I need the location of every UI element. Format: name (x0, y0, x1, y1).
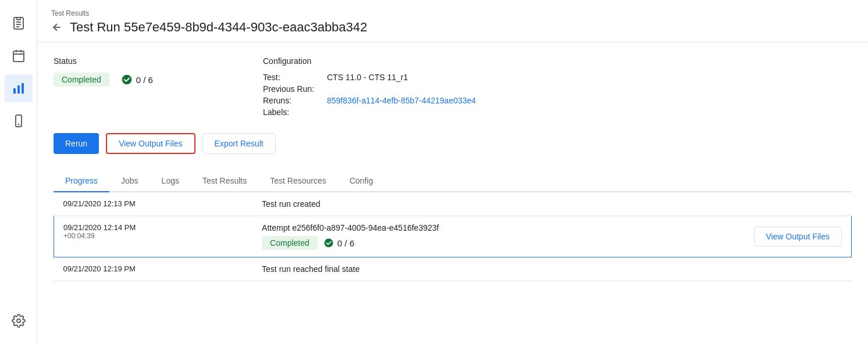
configuration-label: Configuration (263, 56, 852, 66)
page-title: Test Run 55e7e459-8b9d-4344-903c-eaac3ab… (51, 20, 854, 35)
view-output-files-button[interactable]: View Output Files (106, 133, 195, 154)
svg-rect-0 (17, 17, 20, 20)
config-grid: Test: CTS 11.0 - CTS 11_r1 Previous Run:… (263, 73, 852, 117)
status-badge: Completed (54, 73, 109, 87)
table-row: 09/21/2020 12:13 PM Test run created (54, 192, 852, 216)
sidebar-item-chart[interactable] (5, 74, 33, 102)
sidebar-item-settings[interactable] (5, 307, 33, 335)
config-value-previous-run (327, 84, 852, 94)
export-result-button[interactable]: Export Result (202, 133, 276, 154)
test-run-title: Test Run 55e7e459-8b9d-4344-903c-eaac3ab… (70, 20, 367, 35)
config-key-previous-run: Previous Run: (263, 84, 327, 94)
config-key-labels: Labels: (263, 107, 327, 117)
breadcrumb: Test Results (51, 9, 854, 17)
tab-test-resources[interactable]: Test Resources (258, 170, 337, 192)
attempt-view-output-button[interactable]: View Output Files (754, 227, 842, 246)
attempt-check-icon (323, 238, 334, 248)
config-value-labels (327, 107, 852, 117)
back-button[interactable] (51, 21, 63, 33)
table-row-final: 09/21/2020 12:19 PM Test run reached fin… (54, 257, 852, 281)
attempt-status-badge: Completed (262, 236, 318, 250)
attempt-timestamp-cell: 09/21/2020 12:14 PM +00:04:39 (54, 216, 253, 257)
description-cell: Test run created (252, 192, 851, 216)
final-timestamp-cell: 09/21/2020 12:19 PM (54, 257, 253, 281)
sidebar-item-clipboard[interactable] (5, 9, 33, 37)
action-buttons: Rerun View Output Files Export Result (54, 133, 852, 154)
check-circle-icon (121, 74, 133, 85)
tabs: Progress Jobs Logs Test Results Test Res… (54, 170, 852, 192)
tab-progress[interactable]: Progress (54, 170, 109, 192)
svg-rect-8 (13, 88, 16, 94)
svg-point-13 (17, 319, 20, 322)
content-area: Status Completed 0 / 6 Configuration (37, 42, 868, 344)
config-key-test: Test: (263, 73, 327, 82)
page-header: Test Results Test Run 55e7e459-8b9d-4344… (37, 0, 868, 42)
status-label: Status (54, 56, 228, 66)
pass-fail-indicator: 0 / 6 (121, 74, 153, 85)
progress-table: 09/21/2020 12:13 PM Test run created 09/… (54, 192, 852, 281)
svg-rect-4 (13, 51, 24, 62)
pass-fail-value: 0 / 6 (136, 75, 153, 85)
status-row: Completed 0 / 6 (54, 73, 228, 87)
tab-jobs[interactable]: Jobs (109, 170, 150, 192)
tab-test-results[interactable]: Test Results (191, 170, 258, 192)
config-value-reruns[interactable]: 859f836f-a114-4efb-85b7-44219ae033e4 (327, 96, 852, 105)
rerun-button[interactable]: Rerun (54, 133, 99, 154)
svg-point-15 (324, 239, 333, 248)
config-value-test: CTS 11.0 - CTS 11_r1 (327, 73, 852, 82)
svg-point-14 (122, 75, 131, 85)
sidebar-item-calendar[interactable] (5, 42, 33, 70)
attempt-pass-fail: 0 / 6 (323, 238, 354, 248)
sidebar-item-phone[interactable] (5, 107, 33, 135)
tab-logs[interactable]: Logs (150, 170, 191, 192)
sidebar (0, 0, 37, 344)
status-section: Status Completed 0 / 6 (54, 56, 228, 117)
final-description-cell: Test run reached final state (252, 257, 851, 281)
svg-rect-9 (17, 85, 20, 94)
table-row-attempt: 09/21/2020 12:14 PM +00:04:39 Attempt e2… (54, 216, 852, 257)
timestamp-cell: 09/21/2020 12:13 PM (54, 192, 253, 216)
configuration-section: Configuration Test: CTS 11.0 - CTS 11_r1… (263, 56, 852, 117)
svg-rect-10 (22, 83, 24, 94)
tab-config[interactable]: Config (338, 170, 385, 192)
info-section: Status Completed 0 / 6 Configuration (54, 56, 852, 117)
attempt-description-cell: Attempt e256f6f0-a897-4005-94ea-e4516fe3… (252, 216, 851, 257)
main-content: Test Results Test Run 55e7e459-8b9d-4344… (37, 0, 868, 344)
config-key-reruns: Reruns: (263, 96, 327, 105)
